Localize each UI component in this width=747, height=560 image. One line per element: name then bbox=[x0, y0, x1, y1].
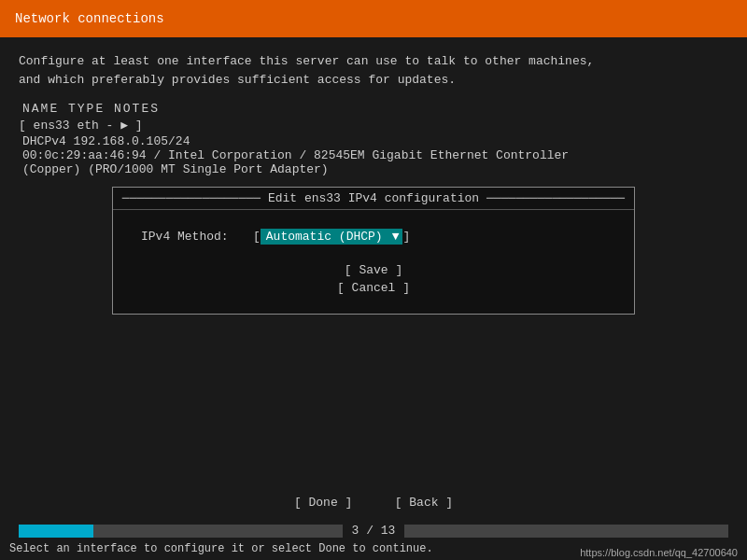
dialog-overlay: ─────────────────── Edit ens33 IPv4 conf… bbox=[112, 187, 635, 315]
ipv4-select-value[interactable]: Automatic (DHCP) bbox=[261, 229, 388, 245]
progress-area: 3 / 13 bbox=[0, 524, 747, 538]
done-button[interactable]: [ Done ] bbox=[276, 496, 370, 510]
select-arrow[interactable]: ▼ bbox=[388, 229, 403, 245]
dialog-content: IPv4 Method: [ Automatic (DHCP) ▼ ] [ Sa… bbox=[113, 210, 634, 314]
progress-bar-fill bbox=[19, 525, 93, 538]
main-content: Configure at least one interface this se… bbox=[0, 37, 747, 199]
back-button[interactable]: [ Back ] bbox=[377, 496, 471, 510]
ipv4-select-wrapper[interactable]: [ Automatic (DHCP) ▼ ] bbox=[253, 229, 410, 245]
watermark: https://blog.csdn.net/qq_42700640 bbox=[580, 547, 738, 558]
description: Configure at least one interface this se… bbox=[19, 52, 728, 89]
progress-label: 3 / 13 bbox=[350, 524, 397, 538]
progress-bar-track bbox=[19, 525, 343, 538]
table-adapter: (Copper) (PRO/1000 MT Single Port Adapte… bbox=[19, 162, 728, 176]
dialog-box: ─────────────────── Edit ens33 IPv4 conf… bbox=[112, 187, 635, 315]
network-table: NAME TYPE NOTES [ ens33 eth - ▶ ] DHCPv4… bbox=[19, 102, 728, 176]
progress-bar-right bbox=[404, 525, 728, 538]
table-headers: NAME TYPE NOTES bbox=[19, 102, 728, 116]
table-row-ens33[interactable]: [ ens33 eth - ▶ ] bbox=[19, 118, 728, 133]
ipv4-method-label: IPv4 Method: bbox=[141, 230, 253, 244]
bottom-buttons-area: [ Done ] [ Back ] bbox=[0, 494, 747, 511]
table-dhcp: DHCPv4 192.168.0.105/24 bbox=[19, 134, 728, 148]
select-bracket-close: ] bbox=[402, 230, 410, 244]
cancel-button[interactable]: [ Cancel ] bbox=[327, 281, 420, 295]
select-bracket-open: [ bbox=[253, 230, 261, 244]
status-text: Select an interface to configure it or s… bbox=[9, 542, 433, 555]
table-mac: 00:0c:29:aa:46:94 / Intel Corporation / … bbox=[19, 148, 728, 162]
description-line1: Configure at least one interface this se… bbox=[19, 52, 728, 71]
description-line2: and which preferably provides sufficient… bbox=[19, 71, 728, 90]
status-bar: Select an interface to configure it or s… bbox=[0, 538, 747, 560]
dialog-buttons: [ Save ] [ Cancel ] bbox=[141, 263, 606, 295]
top-bar: Network connections bbox=[0, 0, 747, 37]
dialog-title: ─────────────────── Edit ens33 IPv4 conf… bbox=[113, 188, 634, 210]
save-button[interactable]: [ Save ] bbox=[327, 263, 420, 277]
page-title: Network connections bbox=[15, 11, 164, 26]
ipv4-method-row: IPv4 Method: [ Automatic (DHCP) ▼ ] bbox=[141, 229, 606, 245]
